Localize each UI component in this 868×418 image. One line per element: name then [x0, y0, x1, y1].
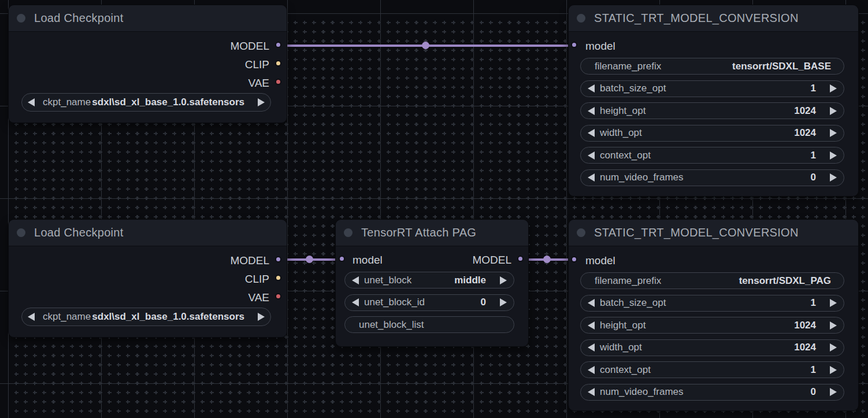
node-title-bar[interactable]: Load Checkpoint [9, 220, 287, 246]
widget-value: 1 [811, 150, 816, 161]
widget-label: ckpt_name [43, 311, 91, 323]
widget-value: 1024 [794, 320, 816, 331]
decrement-arrow-icon[interactable] [588, 343, 595, 352]
increment-arrow-icon[interactable] [830, 107, 837, 115]
widget-ckpt-name[interactable]: ckpt_name sdxl\sd_xl_base_1.0.safetensor… [21, 308, 271, 326]
widget-context-opt[interactable]: context_opt 1 [580, 361, 844, 378]
output-label-model: MODEL [472, 251, 511, 269]
widget-unet-block-list[interactable]: unet_block_list [344, 316, 514, 333]
input-port-model[interactable] [339, 256, 345, 262]
node-static-trt-conversion-2[interactable]: STATIC_TRT_MODEL_CONVERSION model filena… [568, 219, 859, 411]
widget-width-opt[interactable]: width_opt 1024 [580, 339, 844, 356]
reroute-dot[interactable] [543, 256, 551, 263]
widget-label: filename_prefix [595, 275, 661, 287]
output-port-vae[interactable] [275, 293, 281, 299]
widget-label: height_opt [600, 320, 646, 331]
input-port-model[interactable] [571, 256, 577, 262]
decrement-arrow-icon[interactable] [588, 299, 595, 307]
widget-value: sdxl\sd_xl_base_1.0.safetensors [92, 311, 244, 323]
collapse-dot-icon[interactable] [577, 14, 585, 23]
widget-num-video-frames[interactable]: num_video_frames 0 [580, 169, 844, 186]
decrement-arrow-icon[interactable] [588, 84, 595, 93]
widget-batch-size-opt[interactable]: batch_size_opt 1 [580, 295, 844, 312]
input-label-model: model [585, 37, 615, 56]
widget-unet-block[interactable]: unet_block middle [344, 272, 514, 288]
node-title: STATIC_TRT_MODEL_CONVERSION [594, 226, 799, 239]
collapse-dot-icon[interactable] [577, 228, 585, 237]
widget-value: 0 [481, 297, 486, 308]
increment-arrow-icon[interactable] [830, 388, 837, 396]
widget-context-opt[interactable]: context_opt 1 [580, 147, 844, 164]
node-tensorrt-attach-pag[interactable]: TensorRT Attach PAG model MODEL unet_blo… [335, 219, 529, 347]
output-port-model[interactable] [517, 256, 524, 262]
widget-batch-size-opt[interactable]: batch_size_opt 1 [580, 80, 844, 97]
collapse-dot-icon[interactable] [17, 228, 25, 237]
node-graph-canvas[interactable]: Load Checkpoint MODEL CLIP VAE ckpt_name… [0, 0, 868, 418]
output-port-clip[interactable] [275, 60, 281, 66]
widget-width-opt[interactable]: width_opt 1024 [580, 125, 844, 142]
decrement-arrow-icon[interactable] [588, 107, 595, 115]
output-port-model[interactable] [275, 256, 281, 262]
decrement-arrow-icon[interactable] [352, 276, 359, 284]
widget-value: middle [454, 275, 486, 286]
output-port-vae[interactable] [275, 79, 281, 85]
decrement-arrow-icon[interactable] [28, 313, 35, 321]
widget-filename-prefix[interactable]: filename_prefix tensorrt/SDXL_PAG [580, 272, 844, 289]
reroute-dot[interactable] [306, 256, 313, 263]
widget-filename-prefix[interactable]: filename_prefix tensorrt/SDXL_BASE [580, 58, 844, 75]
increment-arrow-icon[interactable] [500, 276, 507, 284]
widget-label: batch_size_opt [600, 297, 666, 309]
node-title-bar[interactable]: TensorRT Attach PAG [336, 220, 528, 246]
increment-arrow-icon[interactable] [830, 151, 837, 160]
decrement-arrow-icon[interactable] [588, 129, 595, 137]
output-label-model: MODEL [230, 251, 269, 270]
increment-arrow-icon[interactable] [830, 84, 837, 93]
node-title: Load Checkpoint [34, 226, 124, 239]
increment-arrow-icon[interactable] [830, 321, 837, 330]
decrement-arrow-icon[interactable] [352, 298, 359, 306]
widget-unet-block-id[interactable]: unet_block_id 0 [344, 294, 514, 311]
increment-arrow-icon[interactable] [830, 343, 837, 352]
decrement-arrow-icon[interactable] [588, 366, 595, 374]
widget-value: 0 [811, 386, 816, 398]
node-title-bar[interactable]: STATIC_TRT_MODEL_CONVERSION [569, 220, 858, 246]
increment-arrow-icon[interactable] [830, 173, 837, 182]
widget-height-opt[interactable]: height_opt 1024 [580, 317, 844, 334]
decrement-arrow-icon[interactable] [588, 388, 595, 396]
decrement-arrow-icon[interactable] [588, 151, 595, 160]
widget-num-video-frames[interactable]: num_video_frames 0 [580, 384, 844, 401]
decrement-arrow-icon[interactable] [588, 321, 595, 330]
increment-arrow-icon[interactable] [258, 98, 265, 106]
widget-label: context_opt [600, 150, 651, 161]
output-label-clip: CLIP [245, 270, 269, 288]
reroute-dot[interactable] [422, 42, 429, 49]
output-port-model[interactable] [275, 42, 281, 48]
node-load-checkpoint-1[interactable]: Load Checkpoint MODEL CLIP VAE ckpt_name… [8, 5, 287, 123]
decrement-arrow-icon[interactable] [28, 98, 35, 106]
input-port-model[interactable] [571, 42, 577, 48]
increment-arrow-icon[interactable] [258, 313, 265, 321]
output-label-clip: CLIP [245, 56, 269, 74]
collapse-dot-icon[interactable] [17, 14, 25, 23]
node-title: Load Checkpoint [34, 12, 124, 25]
node-load-checkpoint-2[interactable]: Load Checkpoint MODEL CLIP VAE ckpt_name… [8, 219, 287, 338]
increment-arrow-icon[interactable] [830, 129, 837, 137]
increment-arrow-icon[interactable] [830, 299, 837, 307]
widget-value: 1 [811, 364, 816, 376]
widget-value: 1024 [794, 342, 816, 353]
node-title: TensorRT Attach PAG [361, 226, 476, 239]
widget-label: filename_prefix [595, 61, 661, 72]
widget-ckpt-name[interactable]: ckpt_name sdxl\sd_xl_base_1.0.safetensor… [21, 93, 271, 112]
increment-arrow-icon[interactable] [500, 298, 507, 306]
node-title-bar[interactable]: Load Checkpoint [9, 5, 287, 32]
widget-value: 1024 [794, 127, 816, 139]
node-title-bar[interactable]: STATIC_TRT_MODEL_CONVERSION [569, 5, 858, 32]
input-label-model: model [353, 251, 383, 269]
output-port-clip[interactable] [275, 275, 281, 281]
widget-label: unet_block_list [359, 319, 424, 331]
increment-arrow-icon[interactable] [830, 366, 837, 374]
decrement-arrow-icon[interactable] [588, 173, 595, 182]
collapse-dot-icon[interactable] [344, 228, 353, 237]
widget-height-opt[interactable]: height_opt 1024 [580, 102, 844, 119]
node-static-trt-conversion-1[interactable]: STATIC_TRT_MODEL_CONVERSION model filena… [568, 5, 859, 197]
